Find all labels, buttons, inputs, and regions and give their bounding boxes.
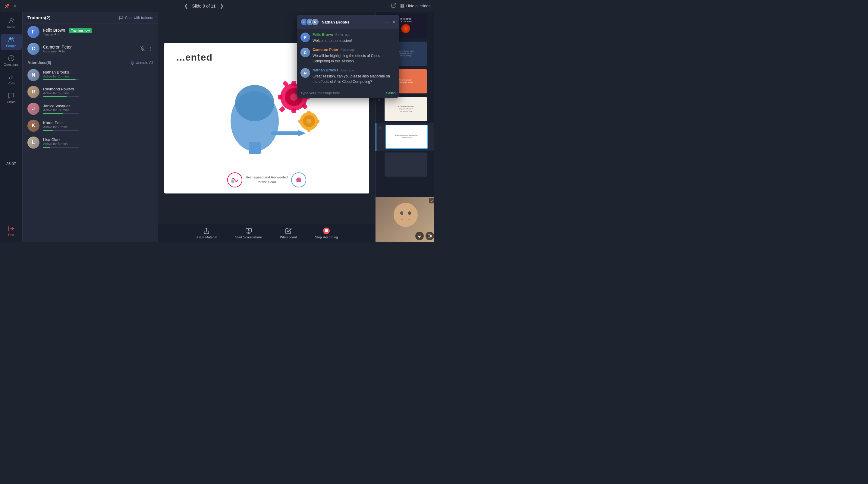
cameron-info: Cameron Peter Co-trainer In xyxy=(43,44,136,53)
lisa-progress-bar xyxy=(43,147,79,148)
online-indicator xyxy=(55,33,56,35)
raymond-name: Raymond Powers xyxy=(43,87,144,91)
trainer-cameron[interactable]: C Cameron Peter Co-trainer In xyxy=(23,40,158,57)
unmute-all-button[interactable]: Unmute All xyxy=(130,61,153,65)
send-button[interactable]: Send xyxy=(386,91,396,95)
whiteboard-button[interactable]: Whiteboard xyxy=(280,228,297,239)
expand-video-button[interactable]: ⤢ xyxy=(429,198,434,204)
whiteboard-label: Whiteboard xyxy=(280,235,297,239)
edit-icon[interactable] xyxy=(391,2,397,9)
cameron-name: Cameron Peter xyxy=(43,44,136,50)
nathan-name: Nathan Brooks xyxy=(43,70,144,74)
raymond-avatar: R xyxy=(27,86,39,98)
svg-point-26 xyxy=(290,93,298,101)
lisa-progress-fill xyxy=(43,147,50,148)
panel-controls: Chat with trainers xyxy=(119,16,153,20)
pin-button[interactable]: 📌 xyxy=(4,3,10,9)
prev-slide-button[interactable]: ❮ xyxy=(182,2,190,10)
end-session-button[interactable]: End xyxy=(5,223,17,239)
raymond-more-button[interactable]: ⋮ xyxy=(147,89,153,95)
sidebar-item-invite[interactable]: Invite xyxy=(1,15,22,31)
attendee-lisa[interactable]: L Lisa Clark Active for 5 mins ⋮ xyxy=(23,134,158,151)
top-bar-left: 📌 ✕ xyxy=(4,3,17,9)
thumb-img-8: "Art is never finished,only abandoned."L… xyxy=(384,97,427,121)
svg-rect-28 xyxy=(291,109,296,113)
lisa-more-button[interactable]: ⋮ xyxy=(147,139,153,146)
close-chat-button[interactable]: ✕ xyxy=(392,19,396,25)
close-button[interactable]: ✕ xyxy=(12,3,17,9)
hide-slides-label: Hide all slides xyxy=(406,4,430,8)
chat-trainers-label: Chat with trainers xyxy=(125,16,153,20)
trainer-felix[interactable]: F Felix Brown Training now Trainer In xyxy=(23,24,158,40)
karan-progress-bar xyxy=(43,130,79,131)
sidebar-item-questions[interactable]: Questions xyxy=(1,53,22,69)
msg-time: 3 mins ago xyxy=(341,48,355,52)
sidebar-label-chats: Chats xyxy=(7,100,16,104)
attendees-title: Attendees(5) xyxy=(27,60,51,65)
slide-container: ...ented xyxy=(158,12,375,224)
chat-message: N Nathan Brooks 1 min ago Great session,… xyxy=(301,68,396,84)
cameron-online xyxy=(59,50,61,52)
more-options-cameron[interactable]: ⋮ xyxy=(148,46,153,52)
chat-with-trainers-button[interactable]: Chat with trainers xyxy=(119,16,153,20)
nathan-info: Nathan Brooks Active for 25 mins xyxy=(43,70,144,80)
stop-recording-button[interactable]: Stop Recording xyxy=(315,228,338,239)
svg-rect-38 xyxy=(307,111,310,114)
attendee-janice[interactable]: J Janice Vasquez Active for 14 mins ⋮ xyxy=(23,100,158,117)
attendee-karan[interactable]: K Karan Patel Active for 7 mins ⋮ xyxy=(23,117,158,134)
karan-avatar: K xyxy=(27,120,39,132)
sidebar-item-chats[interactable]: Chats xyxy=(1,90,22,106)
lisa-active: Active for 5 mins xyxy=(43,142,144,146)
next-slide-button[interactable]: ❯ xyxy=(218,2,225,10)
bottom-toolbar: Share Material Start Screenshare Whitebo… xyxy=(158,224,375,242)
svg-point-37 xyxy=(307,119,311,124)
nathan-progress-bar xyxy=(43,79,79,80)
cameron-actions: ⋮ xyxy=(140,46,153,52)
slide-navigation: ❮ Slide 9 of 11 ❯ xyxy=(182,2,225,10)
share-material-button[interactable]: Share Material xyxy=(195,228,217,239)
recording-stop-square xyxy=(325,229,328,232)
svg-marker-23 xyxy=(299,130,306,136)
janice-progress-fill xyxy=(43,113,63,114)
chat-message: F Felix Brown 5 mins ago Welcome to the … xyxy=(301,33,396,43)
karan-progress-fill xyxy=(43,130,53,131)
chat-avatars: F C N xyxy=(301,18,319,26)
trainers-title: Trainers(2) xyxy=(27,15,51,20)
end-label: End xyxy=(8,233,14,237)
svg-rect-41 xyxy=(299,120,301,123)
nathan-more-button[interactable]: ⋮ xyxy=(147,72,153,79)
training-badge: Training now xyxy=(69,28,92,33)
svg-rect-1 xyxy=(403,4,404,5)
attendees-header: Attendees(5) Unmute All xyxy=(23,57,158,67)
msg-text: Welcome to the session! xyxy=(313,38,396,43)
raymond-active: Active for 17 mins xyxy=(43,91,144,95)
msg-content: Nathan Brooks 1 min ago Great session, c… xyxy=(313,68,396,84)
minimize-chat-button[interactable]: — xyxy=(384,19,390,25)
attendee-nathan[interactable]: N Nathan Brooks Active for 25 mins ⋮ xyxy=(23,67,158,84)
attendee-raymond[interactable]: R Raymond Powers Active for 17 mins ⋮ xyxy=(23,84,158,100)
janice-more-button[interactable]: ⋮ xyxy=(147,105,153,113)
hide-slides-button[interactable]: Hide all slides xyxy=(400,4,430,8)
lisa-info: Lisa Clark Active for 5 mins xyxy=(43,138,144,148)
raymond-progress-bar xyxy=(43,96,79,97)
cameron-role: Co-trainer In xyxy=(43,50,136,53)
lisa-name: Lisa Clark xyxy=(43,138,144,142)
sidebar-item-people[interactable]: People xyxy=(1,34,22,50)
chat-input[interactable] xyxy=(301,91,384,95)
mute-icon[interactable] xyxy=(140,46,145,52)
screenshare-button[interactable]: Start Screenshare xyxy=(235,228,262,239)
video-mic-button[interactable] xyxy=(415,232,424,240)
slide-thumb-10[interactable]: — xyxy=(375,151,434,178)
msg-avatar: F xyxy=(301,33,310,42)
sidebar-item-polls[interactable]: Polls xyxy=(1,71,22,87)
janice-info: Janice Vasquez Active for 14 mins xyxy=(43,104,144,114)
chat-avatar-3: N xyxy=(311,18,319,26)
sidebar-label-polls: Polls xyxy=(7,81,15,85)
main-layout: Invite People Questions Polls Chats xyxy=(0,12,434,242)
video-camera-button[interactable] xyxy=(426,232,434,240)
slide-thumb-8[interactable]: 8 "Art is never finished,only abandoned.… xyxy=(375,95,434,123)
slide-thumb-9[interactable]: 9 Reimagined and Reinventedfor the cloud xyxy=(375,123,434,151)
karan-more-button[interactable]: ⋮ xyxy=(147,122,153,129)
chat-messages: F Felix Brown 5 mins ago Welcome to the … xyxy=(297,29,399,88)
lisa-avatar: L xyxy=(27,137,39,149)
